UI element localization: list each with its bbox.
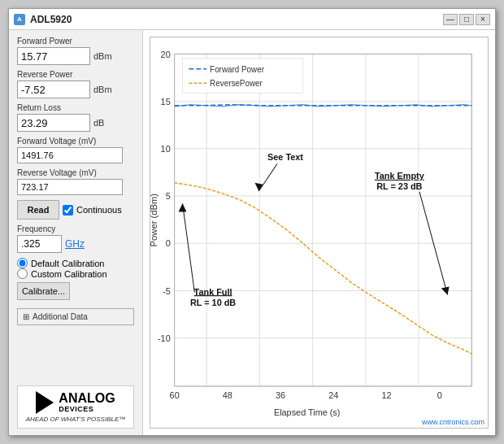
frequency-section: Frequency GHz: [17, 224, 134, 253]
logo-brand: ANALOG DEVICES: [36, 391, 115, 414]
reverse-voltage-section: Reverse Voltage (mV): [17, 168, 134, 195]
logo-name2: DEVICES: [59, 405, 115, 413]
forward-voltage-input[interactable]: [17, 147, 123, 163]
svg-text:-5: -5: [163, 285, 171, 295]
logo-text: ANALOG DEVICES: [59, 392, 115, 413]
forward-voltage-label: Forward Voltage (mV): [17, 137, 134, 146]
return-loss-section: Return Loss dB: [17, 103, 134, 132]
svg-text:Elapsed Time (s): Elapsed Time (s): [274, 407, 341, 417]
default-cal-radio[interactable]: [17, 258, 28, 268]
watermark: www.cntronics.com: [422, 418, 484, 426]
reverse-power-unit: dBm: [93, 85, 112, 94]
window-title: ADL5920: [30, 14, 72, 25]
minimize-button[interactable]: —: [443, 14, 458, 25]
svg-text:12: 12: [381, 390, 391, 400]
continuous-checkbox[interactable]: [63, 205, 73, 215]
frequency-input[interactable]: [17, 235, 62, 253]
svg-text:10: 10: [161, 144, 171, 154]
svg-text:Power (dBm): Power (dBm): [150, 194, 159, 247]
reverse-voltage-input[interactable]: [17, 179, 123, 195]
default-cal-row: Default Calibration: [17, 258, 134, 268]
continuous-row: Continuous: [63, 205, 122, 215]
svg-text:36: 36: [276, 390, 285, 400]
read-row: Read Continuous: [17, 200, 134, 220]
return-loss-row: dB: [17, 114, 134, 132]
svg-text:24: 24: [328, 390, 338, 400]
svg-text:ReversePower: ReversePower: [210, 79, 263, 88]
calibration-section: Default Calibration Custom Calibration C…: [17, 258, 134, 300]
read-button[interactable]: Read: [17, 200, 59, 220]
additional-header: ⊞ Additional Data: [23, 312, 128, 321]
svg-text:15: 15: [161, 97, 171, 107]
forward-power-row: dBm: [17, 47, 134, 65]
custom-cal-label: Custom Calibration: [31, 269, 107, 279]
forward-power-input[interactable]: [17, 47, 90, 65]
main-content: Forward Power dBm Reverse Power dBm Retu…: [9, 30, 495, 435]
custom-cal-row: Custom Calibration: [17, 268, 134, 279]
svg-text:0: 0: [166, 238, 171, 248]
logo-triangle-icon: [36, 391, 54, 414]
reverse-power-label: Reverse Power: [17, 70, 134, 79]
return-loss-label: Return Loss: [17, 103, 134, 112]
title-bar-left: A ADL5920: [14, 14, 72, 25]
title-buttons: — □ ×: [443, 14, 490, 25]
reverse-power-section: Reverse Power dBm: [17, 70, 134, 98]
svg-text:60: 60: [170, 390, 180, 400]
svg-text:See Text: See Text: [267, 152, 303, 162]
forward-power-label: Forward Power: [17, 37, 134, 46]
right-panel: 20 15 10 5 0 -5 -10 60 48 36 24 12 0 Ela…: [143, 30, 495, 435]
additional-section: ⊞ Additional Data: [17, 308, 134, 325]
close-button[interactable]: ×: [476, 14, 490, 25]
return-loss-input[interactable]: [17, 114, 90, 132]
svg-text:Forward Power: Forward Power: [210, 65, 265, 74]
svg-text:0: 0: [437, 390, 442, 400]
reverse-power-row: dBm: [17, 81, 134, 98]
reverse-voltage-label: Reverse Voltage (mV): [17, 168, 134, 177]
frequency-unit[interactable]: GHz: [65, 238, 85, 250]
logo-box: ANALOG DEVICES AHEAD OF WHAT'S POSSIBLE™: [17, 385, 134, 429]
custom-cal-radio[interactable]: [17, 268, 28, 279]
title-bar: A ADL5920 — □ ×: [9, 9, 495, 30]
svg-rect-0: [150, 37, 488, 428]
svg-text:RL = 10 dB: RL = 10 dB: [190, 298, 236, 307]
forward-voltage-section: Forward Voltage (mV): [17, 137, 134, 163]
forward-power-section: Forward Power dBm: [17, 37, 134, 65]
svg-text:Tank Empty: Tank Empty: [375, 170, 425, 180]
chart-svg: 20 15 10 5 0 -5 -10 60 48 36 24 12 0 Ela…: [150, 37, 488, 428]
svg-text:5: 5: [166, 191, 171, 201]
left-panel: Forward Power dBm Reverse Power dBm Retu…: [9, 30, 143, 435]
continuous-label: Continuous: [76, 205, 122, 215]
svg-text:48: 48: [223, 390, 232, 400]
svg-text:20: 20: [161, 49, 171, 59]
return-loss-unit: dB: [93, 118, 104, 128]
additional-label: Additional Data: [33, 312, 88, 321]
collapse-icon[interactable]: ⊞: [23, 312, 29, 321]
svg-text:Tank Full: Tank Full: [194, 286, 232, 296]
forward-power-unit: dBm: [93, 51, 112, 61]
logo-name1: ANALOG: [59, 392, 115, 405]
svg-text:-10: -10: [158, 333, 171, 343]
frequency-label: Frequency: [17, 224, 134, 233]
calibrate-button[interactable]: Calibrate...: [17, 282, 70, 300]
chart-container: 20 15 10 5 0 -5 -10 60 48 36 24 12 0 Ela…: [150, 37, 489, 429]
app-icon: A: [14, 14, 25, 25]
maximize-button[interactable]: □: [459, 14, 474, 25]
logo-tagline: AHEAD OF WHAT'S POSSIBLE™: [26, 416, 126, 423]
default-cal-label: Default Calibration: [31, 259, 105, 268]
logo-section: ANALOG DEVICES AHEAD OF WHAT'S POSSIBLE™: [17, 379, 134, 429]
svg-text:RL = 23 dB: RL = 23 dB: [376, 181, 422, 191]
app-window: A ADL5920 — □ × Forward Power dBm Revers…: [8, 8, 496, 436]
frequency-row: GHz: [17, 235, 134, 253]
reverse-power-input[interactable]: [17, 81, 90, 98]
